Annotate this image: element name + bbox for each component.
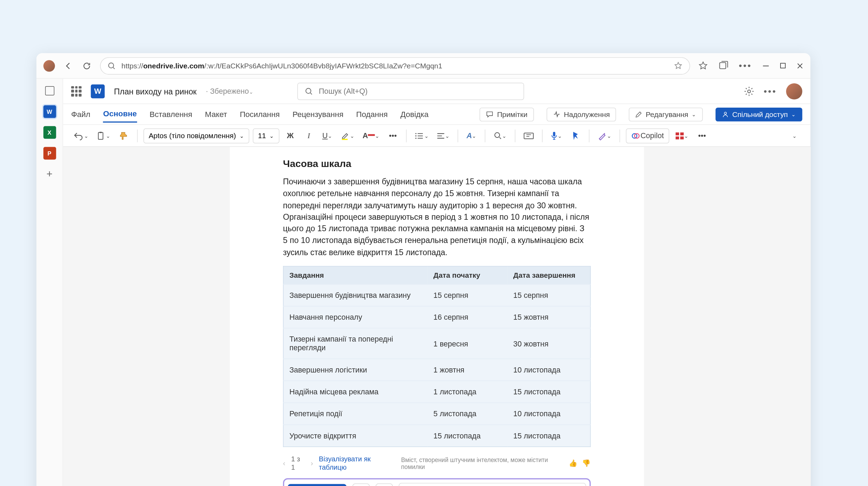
rail-powerpoint-icon[interactable]: P [43,147,56,160]
rail-word-icon[interactable]: W [43,105,56,118]
svg-rect-18 [675,132,679,135]
minimize-button[interactable] [762,62,769,69]
tab-insert[interactable]: Вставлення [150,107,192,122]
cell-start: 5 листопада [427,403,507,425]
cell-start: 15 листопада [427,425,507,447]
tab-help[interactable]: Довідка [400,107,428,122]
format-painter-button[interactable] [116,128,131,143]
maximize-button[interactable] [780,62,786,69]
rail-tabs-icon[interactable] [43,84,56,97]
editor-button[interactable] [568,128,583,143]
svg-point-0 [109,62,114,68]
render-as-table-link[interactable]: Візуалізувати як таблицю [319,455,395,471]
keep-button[interactable]: Зберегти [287,484,347,486]
save-status[interactable]: · Збережено⌄ [206,87,253,95]
italic-button[interactable]: I [301,128,316,143]
app-launcher-icon[interactable] [71,86,82,96]
designer-button[interactable]: ⌄ [595,128,614,143]
more-options-icon[interactable]: ••• [763,86,777,96]
comments-button[interactable]: Примітки [480,107,534,121]
pencil-icon [635,111,642,118]
more-icon[interactable]: ••• [739,60,752,71]
tab-layout[interactable]: Макет [205,107,227,122]
tab-home[interactable]: Основне [103,106,137,123]
thumbs-down-button[interactable]: 👎 [582,459,591,467]
cell-task: Навчання персоналу [283,306,428,328]
svg-rect-13 [524,133,534,139]
table-row: Навчання персоналу16 серпня15 жовтня [283,306,591,328]
bullets-button[interactable]: ⌄ [412,128,431,143]
font-selector[interactable]: Aptos (тіло повідомлення)⌄ [143,128,249,143]
more-font-button[interactable]: ••• [385,128,400,143]
catchup-button[interactable]: Надолуження [546,107,616,121]
immersive-reader-button[interactable] [521,128,536,143]
browser-window: https://onedrive.live.com/:w:/t/EaCKkPs6… [36,53,810,486]
cell-task: Надійна місцева реклама [283,381,428,403]
undo-button[interactable]: ⌄ [71,128,91,143]
favorites-icon[interactable] [698,61,708,70]
tab-references[interactable]: Посилання [240,107,280,122]
copilot-button[interactable]: Copilot [626,128,669,143]
more-commands-button[interactable]: ••• [694,128,709,143]
copilot-input-wrap[interactable] [399,483,586,486]
next-page-button[interactable]: › [311,459,313,467]
svg-rect-8 [342,139,348,140]
collections-icon[interactable] [718,61,728,70]
favorite-icon[interactable] [674,61,683,70]
dictate-button[interactable]: ⌄ [549,128,565,143]
highlight-button[interactable]: ⌄ [338,128,357,143]
prev-page-button[interactable]: ‹ [283,459,285,467]
search-box[interactable] [298,82,524,100]
rail-add-icon[interactable]: + [43,168,56,181]
tab-view[interactable]: Подання [356,107,388,122]
close-button[interactable] [796,62,803,69]
align-button[interactable]: ⌄ [435,128,452,143]
bold-button[interactable]: Ж [283,128,298,143]
ribbon-collapse-button[interactable]: ⌄ [787,128,802,143]
svg-point-15 [604,133,605,134]
url-text: https://onedrive.live.com/:w:/t/EaCKkPs6… [122,61,668,69]
comment-icon [486,110,494,118]
heading: Часова шкала [283,158,591,170]
back-button[interactable] [63,60,74,71]
user-avatar[interactable] [786,83,802,99]
search-input[interactable] [319,87,517,95]
document-page[interactable]: Часова шкала Починаючи з завершення буді… [229,147,644,486]
thumbs-up-button[interactable]: 👍 [569,459,577,467]
find-button[interactable]: ⌄ [491,128,509,143]
styles-button[interactable]: A⌄ [464,128,479,143]
cell-task: Репетиція події [283,403,428,425]
rail-excel-icon[interactable]: X [43,126,56,139]
font-color-button[interactable]: A⌄ [360,128,382,143]
app-titlebar: W План виходу на ринок · Збережено⌄ ••• [63,79,810,104]
cell-end: 15 листопада [507,425,590,447]
share-button[interactable]: Спільний доступ⌄ [716,107,802,121]
svg-rect-1 [720,62,726,69]
settings-icon[interactable] [744,86,754,96]
regenerate-button[interactable] [352,484,369,486]
cell-end: 10 листопада [507,359,590,381]
cell-start: 1 вересня [427,328,507,359]
svg-point-10 [416,135,417,136]
underline-button[interactable]: U⌄ [320,128,335,143]
editing-mode-button[interactable]: Редагування⌄ [629,107,703,121]
person-icon [722,111,729,118]
view-grid-button[interactable]: ⌄ [673,128,691,143]
copilot-action-bar: Зберегти [283,478,591,486]
delete-button[interactable] [375,484,393,486]
font-size-selector[interactable]: 11⌄ [253,128,279,143]
paste-button[interactable]: ⌄ [94,128,113,143]
cell-end: 10 листопада [507,403,590,425]
cell-task: Завершення логістики [283,359,428,381]
refresh-button[interactable] [82,60,92,71]
table-row: Завершення будівництва магазину15 серпня… [283,284,591,306]
svg-point-12 [495,133,500,137]
document-title[interactable]: План виходу на ринок [114,86,197,96]
document-canvas[interactable]: Часова шкала Починаючи з завершення буді… [63,147,810,486]
address-bar[interactable]: https://onedrive.live.com/:w:/t/EaCKkPs6… [100,57,690,74]
tab-review[interactable]: Рецензування [292,107,343,122]
profile-avatar[interactable] [43,60,55,71]
tab-file[interactable]: Файл [71,107,90,122]
app-rail: W X P + [36,79,63,486]
activity-icon [553,110,560,118]
